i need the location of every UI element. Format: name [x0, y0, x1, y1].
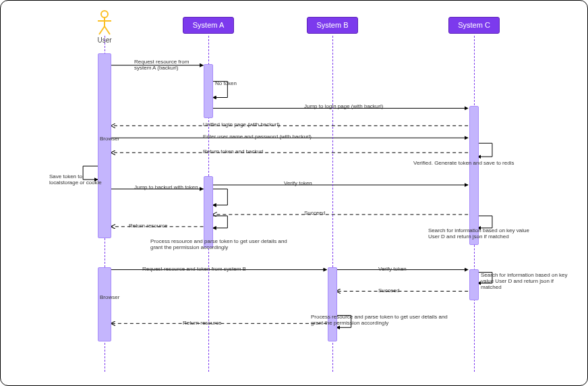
msg-15-label: Process resource and parse token to get …	[150, 238, 292, 250]
msg-21-label: Return resource	[183, 320, 250, 326]
msg-5-label: Return token and backurl	[203, 148, 311, 155]
lane-header-systemC: System C	[447, 17, 501, 34]
msg-2-label: Jump to login page (with backurl)	[304, 103, 425, 109]
svg-line-3	[99, 26, 105, 34]
lane-systemA-label: System A	[183, 17, 234, 34]
lane-systemC-label: System C	[448, 17, 500, 34]
msg-18-label: Search for information based on key valu…	[481, 272, 575, 291]
stick-figure-icon	[95, 10, 114, 36]
msg-22-label: Process resource and parse token to get …	[311, 314, 452, 326]
msg-13	[212, 216, 227, 228]
msg-0-label: Request resource from system A (backurl)	[134, 59, 195, 71]
lane-systemB-label: System B	[307, 17, 358, 34]
msg-1-label: No token	[215, 80, 256, 86]
lane-header-systemA: System A	[181, 17, 235, 34]
bar-sysC-1	[469, 106, 479, 245]
bar-user-1-label: Browser	[100, 136, 109, 142]
bar-user-2: Browser	[98, 267, 111, 341]
bar-user-2-label: Browser	[100, 295, 109, 300]
msg-12	[477, 216, 492, 228]
msg-11	[212, 189, 227, 205]
msg-17-label: Verify token	[378, 266, 439, 272]
msg-3-label: Unified login page (with backurl)	[203, 121, 318, 128]
svg-point-0	[101, 11, 108, 18]
bar-sysC-2	[469, 269, 479, 300]
msg-6-label: Verified. Generate token and save to red…	[413, 160, 535, 166]
msg-9-label: Verify token	[284, 180, 351, 186]
msg-14-label: Return resource	[129, 223, 189, 229]
msg-8-label: Jump to backurl with token	[134, 184, 208, 190]
bar-sysA-1	[204, 64, 213, 118]
msg-12-label: Search for information based on key valu…	[428, 227, 536, 240]
lane-header-systemB: System B	[305, 17, 359, 34]
msg-16-label: Request resource and token from system B	[142, 266, 277, 272]
msg-4-label: Enter user name and password (with backu…	[203, 134, 324, 140]
msg-7-label: Save token to localstorage or cookie	[49, 173, 103, 186]
msg-6	[477, 143, 492, 157]
msg-10-label: Succeed	[304, 210, 358, 216]
bar-user-1: Browser	[98, 53, 111, 238]
msg-19-label: Succeed	[378, 287, 432, 294]
svg-line-4	[105, 26, 110, 34]
bar-sysB-2	[328, 267, 337, 341]
